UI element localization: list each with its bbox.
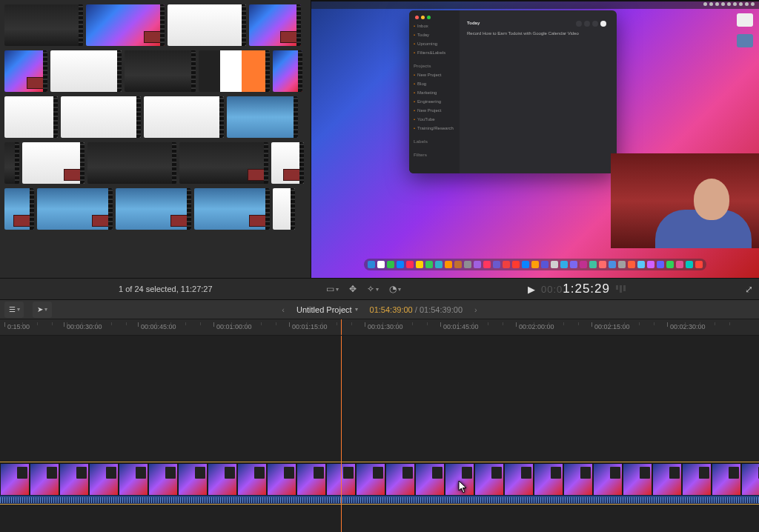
clip-thumb[interactable] bbox=[271, 142, 304, 184]
timeline-clip-thumb[interactable] bbox=[1, 464, 29, 495]
dock-app-icon bbox=[454, 261, 462, 268]
dock-app-icon bbox=[377, 261, 385, 268]
index-toggle-icon[interactable]: ☰▾ bbox=[4, 302, 24, 318]
clip-thumb[interactable] bbox=[37, 188, 113, 230]
viewer-panel: Inbox Today Upcoming Filters&Labels Proj… bbox=[311, 0, 759, 278]
clip-thumb[interactable] bbox=[4, 142, 19, 184]
sb-project: New Project bbox=[414, 73, 455, 77]
sb-project: Blog bbox=[414, 82, 455, 86]
timeline-clip-thumb[interactable] bbox=[742, 464, 759, 495]
dock-app-icon bbox=[435, 261, 443, 268]
clip-thumb[interactable] bbox=[4, 50, 47, 92]
timeline-clip-thumb[interactable] bbox=[594, 464, 622, 495]
viewer-timecode: 1:25:29 bbox=[563, 282, 610, 296]
clip-thumb[interactable] bbox=[249, 4, 301, 46]
dock-app-icon bbox=[609, 261, 616, 268]
clip-thumb[interactable] bbox=[194, 188, 270, 230]
playhead[interactable] bbox=[341, 336, 342, 532]
project-duration-current: 01:54:39:00 bbox=[370, 305, 413, 314]
clip-thumb[interactable] bbox=[4, 4, 83, 46]
clip-grid bbox=[0, 0, 311, 234]
timeline-clip-thumb[interactable] bbox=[30, 464, 59, 495]
timeline-clip-thumb[interactable] bbox=[416, 464, 444, 495]
timeline-clip-thumb[interactable] bbox=[386, 464, 414, 495]
timeline-clip-thumb[interactable] bbox=[179, 464, 207, 495]
fullscreen-icon[interactable]: ⤢ bbox=[745, 284, 753, 295]
dock-app-icon bbox=[387, 261, 394, 268]
enhance-tool-icon[interactable]: ✧▾ bbox=[367, 284, 379, 294]
dock-app-icon bbox=[474, 261, 481, 268]
sb-projects-head: Projects bbox=[414, 64, 455, 68]
clip-thumb[interactable] bbox=[125, 50, 196, 92]
clip-thumb[interactable] bbox=[50, 50, 122, 92]
timeline-clip-thumb[interactable] bbox=[297, 464, 325, 495]
dock-app-icon bbox=[647, 261, 654, 268]
primary-storyline[interactable] bbox=[0, 462, 759, 505]
sb-today: Today bbox=[414, 33, 455, 37]
timeline-clip-thumb[interactable] bbox=[90, 464, 118, 495]
dock-app-icon bbox=[657, 261, 664, 268]
timeline-clip-thumb[interactable] bbox=[712, 464, 740, 495]
clip-thumb[interactable] bbox=[22, 142, 84, 184]
timeline-clip-thumb[interactable] bbox=[653, 464, 681, 495]
dock-app-icon bbox=[483, 261, 491, 268]
timeline-clip-thumb[interactable] bbox=[357, 464, 385, 495]
crop-tool-icon[interactable]: ✥ bbox=[349, 284, 357, 294]
play-button-icon[interactable]: ▶ bbox=[528, 284, 535, 295]
select-tool-icon[interactable]: ➤▾ bbox=[33, 302, 52, 318]
timeline-clip-thumb[interactable] bbox=[445, 464, 474, 495]
dock-app-icon bbox=[493, 261, 500, 268]
timeline-clip-thumb[interactable] bbox=[534, 464, 563, 495]
dock-app-icon bbox=[666, 261, 674, 268]
dock-app-icon bbox=[368, 261, 375, 268]
clip-thumb[interactable] bbox=[4, 96, 58, 138]
clip-thumb[interactable] bbox=[87, 142, 176, 184]
timeline-clip-thumb[interactable] bbox=[208, 464, 236, 495]
dock-app-icon bbox=[445, 261, 452, 268]
transform-tool-icon[interactable]: ▭▾ bbox=[326, 284, 339, 294]
menubar bbox=[311, 1, 759, 9]
project-name[interactable]: Untitled Project ▾ bbox=[296, 305, 358, 314]
clip-thumb[interactable] bbox=[179, 142, 268, 184]
clip-browser-panel[interactable] bbox=[0, 0, 311, 278]
timeline-clip-thumb[interactable] bbox=[475, 464, 503, 495]
timeline[interactable] bbox=[0, 336, 759, 532]
dock-app-icon bbox=[522, 261, 529, 268]
clip-thumb[interactable] bbox=[61, 96, 141, 138]
timeline-clip-thumb[interactable] bbox=[683, 464, 711, 495]
history-forward-icon[interactable]: › bbox=[474, 305, 477, 314]
playback-readout: ▶ 00:0 1:25:29 bbox=[528, 282, 626, 296]
timeline-clip-thumb[interactable] bbox=[268, 464, 296, 495]
viewer-frame[interactable]: Inbox Today Upcoming Filters&Labels Proj… bbox=[311, 1, 759, 278]
ruler-tick: 0:15:00 bbox=[7, 319, 30, 330]
timeline-clip-thumb[interactable] bbox=[564, 464, 592, 495]
clip-thumb[interactable] bbox=[116, 188, 191, 230]
timeline-ruler[interactable]: 0:15:0000:00:30:0000:00:45:0000:01:00:00… bbox=[0, 319, 759, 336]
dock-app-icon bbox=[551, 261, 558, 268]
clip-thumb[interactable] bbox=[273, 50, 302, 92]
clip-thumb[interactable] bbox=[4, 188, 34, 230]
timeline-clip-thumb[interactable] bbox=[623, 464, 652, 495]
clip-thumb[interactable] bbox=[227, 96, 298, 138]
retime-tool-icon[interactable]: ◔▾ bbox=[389, 284, 401, 294]
sb-labels-head: Labels bbox=[414, 139, 455, 144]
project-duration-total: 01:54:39:00 bbox=[420, 305, 463, 314]
sb-upcoming: Upcoming bbox=[414, 41, 455, 46]
sb-project: Marketing bbox=[414, 90, 455, 95]
sb-filters: Filters&Labels bbox=[414, 50, 455, 55]
dock-app-icon bbox=[416, 261, 423, 268]
timeline-clip-thumb[interactable] bbox=[505, 464, 533, 495]
sb-project: Training/Research bbox=[414, 126, 455, 130]
timeline-clip-thumb[interactable] bbox=[149, 464, 177, 495]
clip-thumb[interactable] bbox=[168, 4, 246, 46]
timeline-clip-thumb[interactable] bbox=[238, 464, 266, 495]
clip-thumb[interactable] bbox=[86, 4, 165, 46]
clip-thumb[interactable] bbox=[144, 96, 224, 138]
dock-app-icon bbox=[560, 261, 568, 268]
clip-thumb[interactable] bbox=[199, 50, 270, 92]
timeline-clip-thumb[interactable] bbox=[60, 464, 88, 495]
clip-thumb[interactable] bbox=[273, 188, 295, 230]
timeline-clip-thumb[interactable] bbox=[119, 464, 148, 495]
history-back-icon[interactable]: ‹ bbox=[282, 305, 285, 314]
info-bar: 1 of 24 selected, 11:27:27 ▭▾ ✥ ✧▾ ◔▾ ▶ … bbox=[0, 278, 759, 300]
